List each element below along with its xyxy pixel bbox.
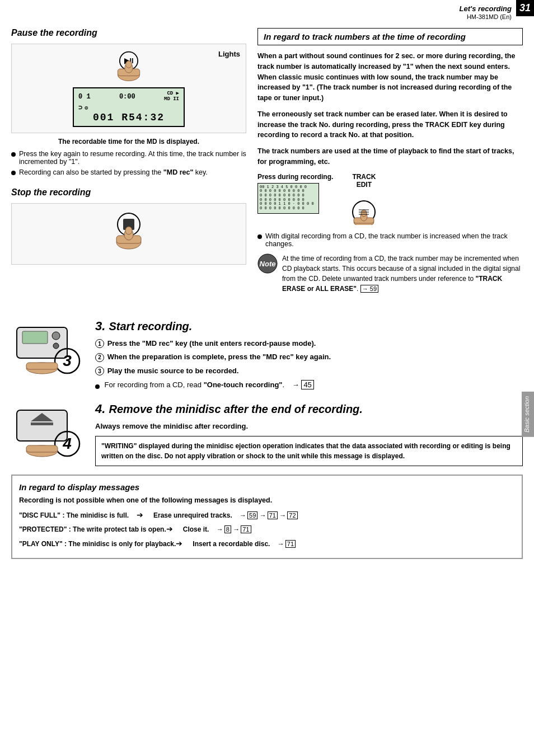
track-press-container: Press during recording. 00 1 2 3 4 5 0 0… (257, 173, 523, 227)
info-desc-1: Erase unrequired tracks. →59 →71 →72 (153, 510, 515, 521)
note-icon: Note (257, 253, 278, 274)
svg-point-24 (52, 332, 60, 340)
svg-point-5 (126, 61, 132, 68)
page-header: Let's recording (460, 4, 512, 13)
pause-title: Pause the recording (11, 28, 246, 38)
pause-bullet-2: Recording can also be started by pressin… (11, 168, 246, 176)
step-4-title: 4. Remove the minidisc after the end of … (95, 402, 523, 416)
track-section: In regard to track numbers at the time o… (257, 28, 523, 294)
step-3-image: 3 (11, 319, 84, 377)
track-bullets: With digital recording from a CD, the tr… (257, 232, 523, 248)
svg-text:4: 4 (62, 435, 72, 452)
svg-text:Note: Note (260, 260, 276, 268)
bottom-info-lead: Recording is not possible when one of th… (19, 496, 515, 504)
info-label-2: "PROTECTED" : The write protect tab is o… (19, 524, 166, 535)
svg-rect-36 (26, 445, 58, 452)
step-3-row: 3 3. Start recording. 1 Press the "MD re… (11, 319, 523, 393)
info-desc-2: Close it. →8 →71 (183, 524, 515, 535)
left-column: Pause the recording Lights ▶II (11, 28, 246, 302)
pause-bullet-1: Press the key again to resume recording.… (11, 150, 246, 166)
info-desc-3: Insert a recordable disc. →71 (193, 539, 515, 550)
pause-button-illustration: ▶II (95, 50, 162, 82)
stop-section: Stop the recording (11, 187, 246, 265)
svg-point-25 (53, 343, 59, 349)
step-4-row: 4 4. Remove the minidisc after the end o… (11, 402, 523, 467)
step-3-illustration: 3 (14, 319, 81, 375)
svg-rect-32 (31, 422, 53, 425)
info-row-3: "PLAY ONLY" : The minidisc is only for p… (19, 537, 515, 550)
mini-lcd-container: Press during recording. 00 1 2 3 4 5 0 0… (257, 173, 333, 215)
bottom-info-title: In regard to display messages (19, 482, 515, 492)
track-paragraph-1: When a part without sound continues for … (257, 51, 523, 104)
info-row-2: "PROTECTED" : The write protect tab is o… (19, 523, 515, 535)
track-edit-container: TRACKEDIT (344, 173, 383, 227)
step-3-bullet: For recording from a CD, read "One-touch… (95, 379, 523, 391)
track-edit-illustration (344, 189, 383, 225)
lcd-bottom: 001 R54:32 (78, 112, 179, 123)
step-3-title: 3. Start recording. (95, 319, 523, 334)
step-3-content: 3. Start recording. 1 Press the "MD rec"… (95, 319, 523, 393)
stop-device-image (11, 203, 246, 265)
step-3-step3: 3 Play the music source to be recorded. (95, 365, 523, 377)
steps-container: 3 3. Start recording. 1 Press the "MD re… (0, 319, 534, 467)
track-paragraph-2: The erroneously set track number can be … (257, 109, 523, 140)
stop-button-illustration (95, 209, 162, 259)
step-4-image: 4 (11, 402, 84, 459)
info-row-1: "DISC FULL" : The minidisc is full. ➔ Er… (19, 509, 515, 521)
right-column: In regard to track numbers at the time o… (257, 28, 523, 302)
bullet-dot-2 (11, 171, 16, 175)
info-arrow-1: ➔ (137, 509, 153, 521)
track-bullet-1: With digital recording from a CD, the tr… (257, 232, 523, 248)
svg-point-16 (361, 210, 367, 217)
model-number: HM-381MD (En) (467, 13, 512, 20)
step-3-step1: 1 Press the "MD rec" key (the unit enter… (95, 338, 523, 349)
pause-bullets: Press the key again to resume recording.… (11, 150, 246, 176)
bottom-info-box: In regard to display messages Recording … (11, 475, 523, 559)
track-paragraph-3: The track numbers are used at the time o… (257, 146, 523, 167)
note-text: At the time of recording from a CD, the … (282, 253, 523, 294)
lcd-top-left: 0 1 (78, 93, 91, 101)
step-4-illustration: 4 (14, 402, 81, 458)
info-arrow-3: ➔ (176, 537, 193, 550)
bullet-dot-track (257, 234, 262, 239)
info-arrow-2: ➔ (166, 523, 183, 535)
track-section-title: In regard to track numbers at the time o… (257, 28, 523, 45)
step-4-subtitle: Always remove the minidisc after recordi… (95, 421, 523, 432)
svg-rect-29 (26, 363, 58, 369)
lcd-top-center: 0:00 (119, 93, 135, 101)
mini-lcd-display: 00 1 2 3 4 5 0 0 0 0 0 0 0 0 0 0 0 0 0 0… (257, 183, 319, 214)
step-4-content: 4. Remove the minidisc after the end of … (95, 402, 523, 467)
pause-device-image: Lights ▶II 0 1 (11, 44, 246, 133)
side-tab-basic-section: Basic section (522, 392, 534, 437)
lcd-caption: The recordable time for the MD is displa… (11, 138, 246, 145)
info-label-3: "PLAY ONLY" : The minidisc is only for p… (19, 539, 176, 550)
svg-text:3: 3 (63, 352, 72, 369)
stop-title: Stop the recording (11, 187, 246, 198)
lights-label: Lights (218, 50, 240, 58)
track-edit-label: TRACKEDIT (344, 173, 383, 189)
step-3-step2: 2 When the preparation is complete, pres… (95, 351, 523, 363)
info-label-1: "DISC FULL" : The minidisc is full. (19, 510, 137, 521)
step-4-warning: "WRITING" displayed during the minidisc … (95, 436, 523, 466)
pause-section: Pause the recording Lights ▶II (11, 28, 246, 176)
svg-rect-23 (22, 331, 48, 344)
bullet-dot-1 (11, 152, 16, 157)
info-table: "DISC FULL" : The minidisc is full. ➔ Er… (19, 509, 515, 550)
main-content: Pause the recording Lights ▶II (0, 0, 534, 313)
note-box: Note At the time of recording from a CD,… (257, 253, 523, 294)
press-label: Press during recording. (257, 173, 333, 181)
svg-point-11 (125, 227, 132, 234)
page-number: 31 (516, 0, 534, 16)
lcd-display: 0 1 0:00 CD ▶MD II ⊃ ⊙ 001 R54:32 (73, 87, 185, 127)
